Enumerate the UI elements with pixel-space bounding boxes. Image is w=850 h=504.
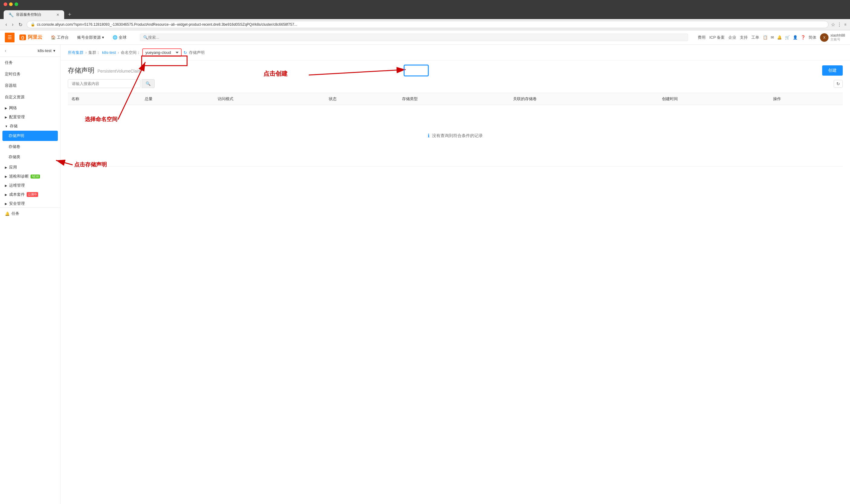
breadcrumb-sep-2: › bbox=[118, 50, 119, 55]
global-nav[interactable]: 🌐 全球 bbox=[109, 34, 130, 41]
globe-icon: 🌐 bbox=[112, 35, 118, 40]
back-button[interactable]: ‹ bbox=[4, 21, 9, 28]
top-navigation: ☰ {} 阿里云 🏠 工作台 账号全部资源 ▾ 🌐 全球 🔍 费用 I bbox=[0, 30, 850, 45]
reload-button[interactable]: ↻ bbox=[17, 21, 24, 28]
bookmark-icon[interactable]: ☆ bbox=[831, 22, 835, 28]
traffic-light-yellow[interactable] bbox=[9, 2, 13, 6]
sidebar-label-storage-volume: 存储卷 bbox=[8, 144, 20, 149]
question-icon[interactable]: ❓ bbox=[801, 35, 805, 40]
sidebar-item-cost[interactable]: ▶ 成本套件 公测中 bbox=[0, 190, 60, 198]
hamburger-button[interactable]: ☰ bbox=[5, 33, 15, 42]
new-badge: NEW bbox=[31, 175, 40, 179]
search-bar-area: 🔍 ↻ bbox=[60, 79, 850, 93]
refresh-table-button[interactable]: ↻ bbox=[834, 80, 843, 88]
breadcrumb-namespace-label: 命名空间： bbox=[121, 50, 140, 55]
sidebar-item-network[interactable]: ▶ 网络 bbox=[0, 103, 60, 112]
col-status: 状态 bbox=[325, 93, 399, 105]
fee-link[interactable]: 费用 bbox=[698, 35, 706, 40]
forward-button[interactable]: › bbox=[10, 21, 15, 28]
logo-icon: {} bbox=[19, 35, 26, 40]
workbench-nav[interactable]: 🏠 工作台 bbox=[47, 34, 72, 41]
tab-close-button[interactable]: ✕ bbox=[56, 13, 59, 17]
user-avatar: X bbox=[820, 33, 829, 42]
support-link[interactable]: 支持 bbox=[740, 35, 748, 40]
page-header: 存储声明 PersistentVolumeClaim 创建 bbox=[60, 60, 850, 79]
bell-sidebar-icon: 🔔 bbox=[5, 212, 10, 216]
sidebar-label-cron-task: 定时任务 bbox=[5, 71, 21, 77]
url-text: cs.console.aliyun.com/?spm=5176.12818093… bbox=[37, 22, 825, 26]
logo: {} 阿里云 bbox=[19, 34, 42, 40]
ticket-icon[interactable]: 📋 bbox=[763, 35, 768, 40]
sidebar-label-inspect: 巡检和诊断 bbox=[9, 174, 29, 179]
account-resources-nav[interactable]: 账号全部资源 ▾ bbox=[74, 34, 108, 41]
breadcrumb-cluster-label: 集群： bbox=[88, 50, 100, 55]
more-icon[interactable]: ⋮ bbox=[837, 22, 842, 28]
lock-icon: 🔒 bbox=[31, 22, 35, 26]
nav-actions: ☆ ⋮ bbox=[831, 22, 842, 28]
sidebar-item-apps[interactable]: ▶ 应用 bbox=[0, 162, 60, 171]
tools-link[interactable]: 工单 bbox=[751, 35, 759, 40]
sidebar-label-storage: 存储 bbox=[10, 123, 18, 129]
bell-icon[interactable]: 🔔 bbox=[777, 35, 782, 40]
sidebar-bottom-task[interactable]: 🔔 任务 bbox=[0, 208, 60, 219]
sidebar-item-storage-volume[interactable]: 存储卷 bbox=[0, 142, 60, 152]
sidebar-item-custom-resource[interactable]: 自定义资源 bbox=[0, 91, 60, 103]
user-info[interactable]: X xiaohh88 主账号 bbox=[820, 33, 845, 42]
col-actions: 操作 bbox=[769, 93, 843, 105]
lang-icon[interactable]: 简体 bbox=[809, 35, 816, 40]
refresh-icon[interactable]: ↻ bbox=[183, 50, 187, 55]
sidebar-label-task: 任务 bbox=[5, 60, 13, 65]
sidebar-item-storage[interactable]: ▼ 存储 bbox=[0, 121, 60, 130]
breadcrumb: 所有集群 › 集群： k8s-test › 命名空间： yueyang-clou… bbox=[60, 45, 850, 60]
sidebar-item-storage-claim[interactable]: 存储声明 bbox=[2, 131, 58, 141]
search-input[interactable] bbox=[148, 35, 209, 40]
tab-icon: 🔧 bbox=[8, 13, 14, 17]
sidebar-label-custom-resource: 自定义资源 bbox=[5, 94, 24, 100]
username: xiaohh88 bbox=[830, 33, 845, 37]
sidebar-item-task[interactable]: 任务 bbox=[0, 57, 60, 68]
sidebar-item-cron-task[interactable]: 定时任务 bbox=[0, 68, 60, 80]
active-tab[interactable]: 🔧 容器服务控制台 ✕ bbox=[4, 10, 64, 19]
sidebar-item-ops[interactable]: ▶ 运维管理 bbox=[0, 180, 60, 190]
search-bar[interactable]: 🔍 bbox=[140, 34, 688, 41]
icon-bar: 📋 ✉ 🔔 🛒 👤 ❓ 简体 bbox=[763, 35, 816, 40]
sidebar-item-container-group[interactable]: 容器组 bbox=[0, 80, 60, 91]
traffic-light-green[interactable] bbox=[15, 2, 18, 6]
arrow-icon-security: ▶ bbox=[5, 202, 7, 205]
extension-icon: ≡ bbox=[844, 22, 846, 26]
person-icon[interactable]: 👤 bbox=[793, 35, 798, 40]
table-container: 名称 总量 访问模式 状态 存储类型 关联的存储卷 创建时间 操作 bbox=[60, 93, 850, 167]
search-input[interactable] bbox=[68, 79, 140, 88]
cluster-name[interactable]: k8s-test ▾ bbox=[37, 49, 55, 53]
search-button[interactable]: 🔍 bbox=[142, 79, 155, 88]
search-icon: 🔍 bbox=[143, 35, 148, 40]
nav-arrows: ‹ › ↻ bbox=[4, 21, 24, 28]
enterprise-link[interactable]: 企业 bbox=[728, 35, 736, 40]
nav-right: 费用 ICP 备案 企业 支持 工单 📋 ✉ 🔔 🛒 👤 ❓ 简体 X xiao… bbox=[698, 33, 845, 42]
nav-items: 🏠 工作台 账号全部资源 ▾ 🌐 全球 bbox=[47, 34, 130, 41]
icp-link[interactable]: ICP 备案 bbox=[709, 35, 725, 40]
traffic-light-red[interactable] bbox=[4, 2, 7, 6]
breadcrumb-all-clusters[interactable]: 所有集群 bbox=[68, 50, 84, 55]
arrow-icon-apps: ▶ bbox=[5, 166, 7, 169]
cart-icon[interactable]: 🛒 bbox=[785, 35, 790, 40]
sidebar-item-storage-class[interactable]: 存储类 bbox=[0, 152, 60, 162]
sidebar-label-config-management: 配置管理 bbox=[9, 114, 25, 120]
sidebar-label-network: 网络 bbox=[9, 105, 17, 111]
page-title: 存储声明 bbox=[68, 66, 94, 75]
breadcrumb-cluster-name[interactable]: k8s-test bbox=[102, 50, 116, 55]
namespace-select[interactable]: yueyang-cloud bbox=[142, 49, 182, 57]
empty-state: ℹ 没有查询到符合条件的记录 bbox=[71, 109, 839, 163]
sidebar-collapse-button[interactable]: ‹ bbox=[5, 49, 6, 53]
sidebar-item-config-management[interactable]: ▶ 配置管理 bbox=[0, 112, 60, 121]
sidebar-label-storage-claim: 存储声明 bbox=[8, 133, 24, 138]
sidebar-item-security[interactable]: ▶ 安全管理 bbox=[0, 198, 60, 208]
new-tab-button[interactable]: + bbox=[65, 11, 74, 19]
public-badge: 公测中 bbox=[26, 192, 38, 197]
address-bar[interactable]: 🔒 cs.console.aliyun.com/?spm=5176.128180… bbox=[26, 21, 829, 28]
create-button[interactable]: 创建 bbox=[822, 65, 843, 76]
content-area: 所有集群 › 集群： k8s-test › 命名空间： yueyang-clou… bbox=[60, 45, 850, 504]
sidebar: ‹ k8s-test ▾ 任务 定时任务 容器组 自定义资源 ▶ 网络 bbox=[0, 45, 60, 504]
message-icon[interactable]: ✉ bbox=[771, 35, 774, 40]
sidebar-item-inspect[interactable]: ▶ 巡检和诊断 NEW bbox=[0, 171, 60, 180]
